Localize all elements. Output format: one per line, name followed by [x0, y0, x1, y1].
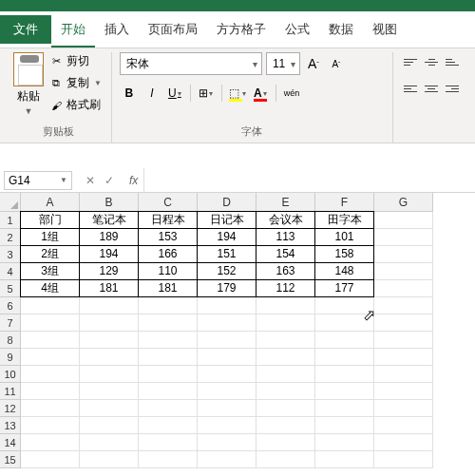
cell[interactable] [139, 417, 198, 434]
cell[interactable] [256, 400, 315, 417]
cell[interactable]: 129 [79, 262, 139, 280]
cell[interactable] [139, 451, 198, 468]
cell[interactable]: 4组 [20, 279, 80, 297]
cell[interactable] [315, 400, 374, 417]
spreadsheet-grid[interactable]: ABCDEFG 123456789101112131415 部门笔记本日程本日记… [0, 193, 475, 468]
cell[interactable] [21, 332, 80, 349]
cell[interactable] [21, 366, 80, 383]
cell[interactable] [80, 366, 139, 383]
cell[interactable] [198, 451, 256, 468]
border-button[interactable]: ⊞▾ [197, 83, 216, 104]
cut-button[interactable]: ✂ 剪切 [48, 52, 104, 70]
cell[interactable] [139, 400, 198, 417]
cell[interactable]: 2组 [20, 245, 80, 263]
column-header[interactable]: C [139, 193, 198, 212]
cell[interactable] [198, 349, 256, 366]
cell[interactable] [21, 451, 80, 468]
cell[interactable]: 田字本 [314, 211, 374, 229]
cell[interactable]: 194 [197, 228, 256, 246]
cell[interactable]: 日程本 [138, 211, 198, 229]
name-box[interactable]: G14 ▼ [4, 171, 72, 190]
cell[interactable]: 日记本 [197, 211, 256, 229]
cell[interactable]: 194 [79, 245, 139, 263]
increase-font-button[interactable]: Aˆ [304, 53, 323, 74]
align-bottom-button[interactable] [443, 52, 462, 71]
cell[interactable] [21, 417, 80, 434]
cell[interactable] [374, 280, 433, 297]
row-header[interactable]: 6 [0, 297, 21, 314]
select-all-corner[interactable] [0, 193, 21, 212]
align-middle-button[interactable] [422, 52, 441, 71]
cell[interactable] [315, 332, 374, 349]
cell[interactable] [256, 383, 315, 400]
align-left-button[interactable] [401, 79, 420, 98]
chevron-down-icon[interactable]: ▼ [94, 79, 102, 87]
copy-button[interactable]: ⧉ 复制 ▼ [48, 74, 104, 92]
chevron-down-icon[interactable]: ▼ [25, 106, 33, 116]
column-header[interactable]: B [80, 193, 139, 212]
cell[interactable] [80, 314, 139, 332]
cell[interactable] [80, 383, 139, 400]
tab-formulas[interactable]: 公式 [276, 15, 319, 44]
phonetic-button[interactable]: wén [282, 83, 301, 104]
row-header[interactable]: 2 [0, 229, 21, 246]
cell[interactable] [198, 417, 256, 434]
cell[interactable]: 113 [256, 228, 315, 246]
decrease-font-button[interactable]: Aˇ [327, 53, 346, 74]
cell[interactable] [374, 297, 433, 314]
cell[interactable] [139, 314, 198, 332]
format-painter-button[interactable]: 🖌 格式刷 [48, 96, 104, 114]
cell[interactable]: 会议本 [256, 211, 315, 229]
cell[interactable] [256, 451, 315, 468]
align-right-button[interactable] [443, 79, 462, 98]
cell[interactable]: 3组 [20, 262, 80, 280]
tab-insert[interactable]: 插入 [95, 15, 139, 44]
cell[interactable]: 166 [138, 245, 198, 263]
cell[interactable]: 189 [79, 228, 139, 246]
cell[interactable] [80, 434, 139, 451]
cell[interactable]: 1组 [20, 228, 80, 246]
cell[interactable]: 181 [138, 279, 198, 297]
cell[interactable] [198, 400, 256, 417]
column-header[interactable]: E [256, 193, 315, 212]
cell[interactable] [374, 314, 433, 332]
cell[interactable] [198, 332, 256, 349]
column-header[interactable]: A [21, 193, 80, 212]
cell[interactable] [80, 332, 139, 349]
cell[interactable]: 101 [314, 228, 374, 246]
row-header[interactable]: 12 [0, 400, 21, 417]
chevron-down-icon[interactable]: ▼ [60, 176, 67, 184]
cell[interactable] [374, 246, 433, 263]
cell[interactable] [256, 297, 315, 314]
column-header[interactable]: G [374, 193, 433, 212]
cell[interactable] [80, 400, 139, 417]
cell[interactable] [21, 314, 80, 332]
cell[interactable] [198, 383, 256, 400]
row-header[interactable]: 15 [0, 451, 21, 468]
cell[interactable] [374, 383, 433, 400]
cell[interactable] [374, 366, 433, 383]
cell[interactable] [315, 349, 374, 366]
formula-bar[interactable] [143, 168, 475, 192]
cell[interactable]: 148 [314, 262, 374, 280]
column-header[interactable]: D [198, 193, 256, 212]
cell[interactable] [315, 297, 374, 314]
cell[interactable] [374, 434, 433, 451]
row-header[interactable]: 5 [0, 280, 21, 297]
italic-button[interactable]: I [142, 83, 162, 104]
cell[interactable] [80, 297, 139, 314]
cell[interactable] [139, 332, 198, 349]
cell[interactable] [374, 212, 433, 229]
paste-button[interactable]: 粘贴 ▼ [13, 52, 44, 116]
cell[interactable] [256, 349, 315, 366]
cell[interactable]: 163 [256, 262, 315, 280]
row-header[interactable]: 9 [0, 349, 21, 366]
cell[interactable] [256, 314, 315, 332]
column-header[interactable]: F [315, 193, 374, 212]
cell[interactable] [374, 400, 433, 417]
cell[interactable] [198, 434, 256, 451]
row-header[interactable]: 1 [0, 212, 21, 229]
font-size-select[interactable]: 11 [266, 52, 300, 75]
cell[interactable] [139, 349, 198, 366]
cell[interactable] [139, 434, 198, 451]
